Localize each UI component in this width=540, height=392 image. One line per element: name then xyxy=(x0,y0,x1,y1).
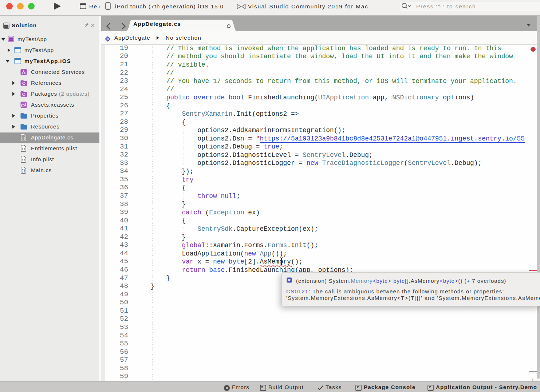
svg-text:C: C xyxy=(107,37,109,41)
svg-text:{}: {} xyxy=(21,137,25,140)
svg-text:{}: {} xyxy=(21,169,25,173)
